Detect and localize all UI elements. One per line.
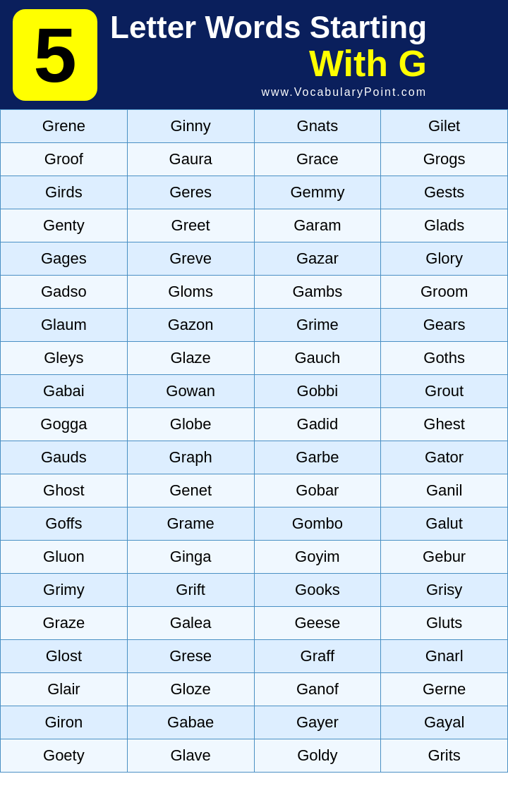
word-cell: Gooks	[254, 574, 381, 607]
word-cell: Gayal	[381, 706, 508, 739]
header-title-line1: Letter Words Starting	[110, 11, 427, 44]
table-row: GluonGingaGoyimGebur	[1, 541, 508, 574]
word-cell: Groof	[1, 143, 128, 176]
word-cell: Grout	[381, 375, 508, 408]
word-cell: Genty	[1, 209, 128, 242]
word-cell: Glaum	[1, 309, 128, 342]
word-cell: Gleys	[1, 342, 128, 375]
table-row: GadsoGlomsGambsGroom	[1, 276, 508, 309]
table-row: GreneGinnyGnatsGilet	[1, 110, 508, 143]
table-row: GleysGlazeGauchGoths	[1, 342, 508, 375]
word-cell: Grese	[127, 640, 254, 673]
word-cell: Giron	[1, 706, 128, 739]
word-cell: Groom	[381, 276, 508, 309]
table-row: GaudsGraphGarbeGator	[1, 441, 508, 474]
word-cell: Gombo	[254, 508, 381, 541]
word-cell: Greet	[127, 209, 254, 242]
header: 5 Letter Words Starting With G www.Vocab…	[0, 0, 508, 109]
table-row: GlairGlozeGanofGerne	[1, 673, 508, 706]
word-cell: Gloms	[127, 276, 254, 309]
table-row: GironGabaeGayerGayal	[1, 706, 508, 739]
word-cell: Gluts	[381, 607, 508, 640]
word-cell: Gaura	[127, 143, 254, 176]
table-row: GoffsGrameGomboGalut	[1, 508, 508, 541]
word-cell: Grits	[381, 739, 508, 773]
word-cell: Glost	[1, 640, 128, 673]
word-cell: Grift	[127, 574, 254, 607]
word-cell: Ganof	[254, 673, 381, 706]
word-cell: Gnats	[254, 110, 381, 143]
word-table: GreneGinnyGnatsGiletGroofGauraGraceGrogs…	[0, 109, 508, 773]
word-cell: Gears	[381, 309, 508, 342]
word-cell: Ghost	[1, 474, 128, 508]
word-cell: Gages	[1, 242, 128, 276]
header-text-block: Letter Words Starting With G www.Vocabul…	[110, 11, 427, 99]
word-cell: Garbe	[254, 441, 381, 474]
number-label: 5	[33, 16, 76, 94]
word-cell: Gilet	[381, 110, 508, 143]
word-cell: Gluon	[1, 541, 128, 574]
word-cell: Gambs	[254, 276, 381, 309]
word-cell: Goldy	[254, 739, 381, 773]
word-cell: Graze	[1, 607, 128, 640]
word-cell: Glair	[1, 673, 128, 706]
word-cell: Graph	[127, 441, 254, 474]
word-cell: Gazar	[254, 242, 381, 276]
word-cell: Gobbi	[254, 375, 381, 408]
word-cell: Grogs	[381, 143, 508, 176]
word-cell: Goyim	[254, 541, 381, 574]
word-cell: Gauch	[254, 342, 381, 375]
word-cell: Gnarl	[381, 640, 508, 673]
word-cell: Ghest	[381, 408, 508, 441]
word-cell: Graff	[254, 640, 381, 673]
word-cell: Glads	[381, 209, 508, 242]
table-row: GrazeGaleaGeeseGluts	[1, 607, 508, 640]
word-cell: Geres	[127, 176, 254, 209]
word-cell: Gayer	[254, 706, 381, 739]
header-title-line2: With G	[309, 44, 427, 83]
word-cell: Goffs	[1, 508, 128, 541]
word-cell: Grene	[1, 110, 128, 143]
table-row: GoggaGlobeGadidGhest	[1, 408, 508, 441]
header-url: www.VocabularyPoint.com	[261, 86, 427, 99]
word-cell: Ginny	[127, 110, 254, 143]
table-row: GlostGreseGraffGnarl	[1, 640, 508, 673]
word-cell: Galut	[381, 508, 508, 541]
word-cell: Globe	[127, 408, 254, 441]
word-cell: Gloze	[127, 673, 254, 706]
word-cell: Greve	[127, 242, 254, 276]
table-row: GrimyGriftGooksGrisy	[1, 574, 508, 607]
table-row: GentyGreetGaramGlads	[1, 209, 508, 242]
word-cell: Galea	[127, 607, 254, 640]
word-cell: Gemmy	[254, 176, 381, 209]
table-row: GlaumGazonGrimeGears	[1, 309, 508, 342]
word-cell: Grimy	[1, 574, 128, 607]
word-cell: Gowan	[127, 375, 254, 408]
table-row: GirdsGeresGemmyGests	[1, 176, 508, 209]
word-cell: Gadso	[1, 276, 128, 309]
table-row: GagesGreveGazarGlory	[1, 242, 508, 276]
header-number-badge: 5	[13, 9, 97, 101]
table-row: GoetyGlaveGoldyGrits	[1, 739, 508, 773]
word-cell: Glaze	[127, 342, 254, 375]
word-cell: Gerne	[381, 673, 508, 706]
word-cell: Girds	[1, 176, 128, 209]
word-cell: Gauds	[1, 441, 128, 474]
table-row: GroofGauraGraceGrogs	[1, 143, 508, 176]
word-cell: Gogga	[1, 408, 128, 441]
table-row: GabaiGowanGobbiGrout	[1, 375, 508, 408]
word-cell: Grace	[254, 143, 381, 176]
word-cell: Geese	[254, 607, 381, 640]
table-row: GhostGenetGobarGanil	[1, 474, 508, 508]
word-cell: Gebur	[381, 541, 508, 574]
word-cell: Grisy	[381, 574, 508, 607]
word-cell: Garam	[254, 209, 381, 242]
word-cell: Gests	[381, 176, 508, 209]
word-cell: Glave	[127, 739, 254, 773]
word-cell: Grame	[127, 508, 254, 541]
word-cell: Ganil	[381, 474, 508, 508]
word-cell: Ginga	[127, 541, 254, 574]
word-cell: Goths	[381, 342, 508, 375]
word-cell: Goety	[1, 739, 128, 773]
word-cell: Genet	[127, 474, 254, 508]
